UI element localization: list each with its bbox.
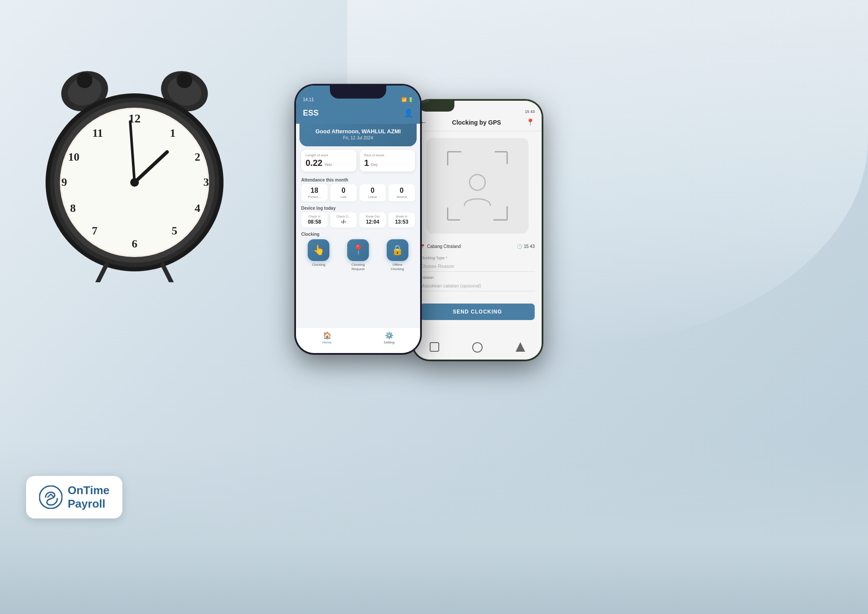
- svg-text:2: 2: [195, 151, 201, 163]
- svg-point-4: [77, 73, 92, 88]
- phone2-location-text: Cabang Citraland: [427, 244, 461, 249]
- phone1-att-present: 18 Presen...: [301, 184, 328, 201]
- phone1-work-length-card: Length of work 0.22 Year: [301, 150, 356, 172]
- phone1-leave-unit: Day: [371, 162, 378, 167]
- svg-point-29: [470, 175, 485, 190]
- phone2-location: 📍 Cabang Citraland: [420, 244, 461, 249]
- phone2-header: ← Clocking by GPS 📍: [413, 116, 542, 131]
- scan-corner-bl: [447, 208, 460, 221]
- scan-corner-tr: [495, 151, 508, 164]
- svg-line-27: [163, 265, 171, 282]
- phone2-form: Clocking Type * Choose Reason Catatan Ma…: [413, 252, 542, 298]
- phone1-greeting-card: Good Afternoon, WAHLUL AZMI Fri, 12 Jul …: [299, 124, 417, 146]
- phone2-clocking-type-label: Clocking Type *: [420, 256, 535, 260]
- phone1-att-late: 0 Late: [330, 184, 357, 201]
- phone2-info-row: 📍 Cabang Citraland 🕐 15 43: [413, 241, 542, 252]
- phone2-notch: [420, 101, 454, 112]
- phone1-device-section: Device log today Check In 08:58 Check O.…: [296, 203, 420, 229]
- phone1-clocking-label: Clocking: [312, 263, 326, 267]
- phone1-nav-setting-label: Setting: [384, 340, 395, 344]
- phone1-offline-clocking-label: OfflineClocking: [391, 263, 404, 272]
- phone1-leave-value: 1: [364, 158, 369, 168]
- phone2-status-time: 15 43: [525, 109, 535, 114]
- phone1-device-grid: Check In 08:58 Check O... -/- Break Out …: [301, 212, 415, 228]
- person-silhouette: [462, 173, 493, 208]
- svg-text:11: 11: [92, 127, 103, 139]
- svg-line-26: [98, 265, 106, 282]
- phone2-scan-area: [426, 138, 529, 234]
- phone2-pin-icon: 📍: [526, 118, 535, 126]
- phone1-offline-clocking-icon: 🔒: [387, 239, 408, 261]
- phone2-catatan-label: Catatan: [420, 275, 535, 280]
- phone1-date: Fri, 12 Jul 2024: [306, 135, 410, 140]
- phone1-clocking-section: Clocking 👆 Clocking 📍 ClockingRequest 🔒 …: [296, 229, 420, 275]
- phone1-clocking-request-btn[interactable]: 📍 ClockingRequest: [341, 239, 376, 272]
- phone1-attendance-title: Attendance this month: [301, 178, 415, 182]
- phone1-att-absent: 0 Absent: [388, 184, 415, 201]
- phone2-nav-square[interactable]: [430, 342, 439, 352]
- svg-text:3: 3: [204, 176, 209, 188]
- svg-text:5: 5: [172, 224, 178, 237]
- phone2-title: Clocking by GPS: [452, 119, 501, 126]
- phone1-nav-home[interactable]: 🏠 Home: [296, 331, 358, 344]
- phone1-breakout: Break Out 12:04: [359, 212, 386, 228]
- logo-line1: OnTime: [68, 484, 109, 497]
- phone1-leave-label: Rest of leave: [364, 153, 411, 157]
- phone1-work-value: 0.22: [306, 158, 322, 168]
- svg-point-5: [177, 73, 192, 88]
- phone2-nav-circle[interactable]: [472, 342, 483, 353]
- phone1-clocking-request-label: ClockingRequest: [352, 263, 365, 272]
- svg-text:7: 7: [92, 224, 98, 237]
- clock-decoration: 12 1 2 3 4 5 6 7 8 9 10 11: [22, 56, 265, 382]
- svg-text:10: 10: [68, 151, 79, 163]
- phone1-time: 14.11: [303, 97, 314, 102]
- phone1-offline-clocking-btn[interactable]: 🔒 OfflineClocking: [380, 239, 415, 272]
- phone1-stats-cards: Length of work 0.22 Year Rest of leave 1…: [296, 146, 420, 175]
- phone2-clocking-type-field[interactable]: Choose Reason: [420, 261, 535, 272]
- svg-text:4: 4: [195, 202, 201, 215]
- logo-container: OnTime Payroll: [26, 476, 122, 518]
- phone2-send-button[interactable]: SEND CLOCKING: [420, 304, 535, 320]
- phone1-leave-card: Rest of leave 1 Day: [360, 150, 415, 172]
- phone1-attendance-grid: 18 Presen... 0 Late 0 Leave 0 Absent: [301, 184, 415, 201]
- phone1-breakin: Break In 13:53: [388, 212, 415, 228]
- settings-icon: ⚙️: [385, 331, 394, 340]
- phone1-app-title: ESS: [303, 109, 319, 118]
- phone1-clocking-btn[interactable]: 👆 Clocking: [301, 239, 336, 272]
- svg-point-25: [130, 178, 139, 187]
- phone1-clocking-request-icon: 📍: [347, 239, 369, 261]
- phone1-attendance-section: Attendance this month 18 Presen... 0 Lat…: [296, 175, 420, 203]
- phone1-clocking-icon: 👆: [308, 239, 329, 261]
- phone1-work-label: Length of work: [306, 153, 352, 157]
- logo-line2: Payroll: [68, 497, 109, 511]
- background-desk: [0, 440, 868, 614]
- phone1-device-title: Device log today: [301, 206, 415, 211]
- phone1-att-leave: 0 Leave: [359, 184, 386, 201]
- phone2-nav-triangle[interactable]: [516, 342, 525, 352]
- phone2-time-text: 15 43: [524, 244, 535, 249]
- phone2-navbar: [413, 339, 542, 360]
- phone2-catatan-field[interactable]: Masukkan catatan (opsional): [420, 281, 535, 291]
- logo-text: OnTime Payroll: [68, 484, 109, 511]
- phone2-back-button[interactable]: ←: [420, 119, 427, 126]
- clock-icon: 🕐: [517, 244, 522, 249]
- face-scan-frame: [447, 151, 508, 221]
- phone1-profile-icon[interactable]: 👤: [404, 108, 413, 118]
- svg-text:6: 6: [132, 238, 138, 250]
- phone2-time-display: 🕐 15 43: [517, 244, 535, 249]
- logo-icon: [39, 485, 62, 509]
- phone2-device: 15 43 ← Clocking by GPS 📍 📍: [412, 100, 542, 360]
- phone1-work-unit: Year: [324, 162, 332, 167]
- phone1-checkin: Check In 08:58: [301, 212, 328, 228]
- home-icon: 🏠: [323, 331, 332, 340]
- phone1-nav-setting[interactable]: ⚙️ Setting: [358, 331, 420, 344]
- phone1-checkout: Check O... -/-: [330, 212, 357, 228]
- svg-text:8: 8: [70, 202, 76, 215]
- phone1-clocking-buttons: 👆 Clocking 📍 ClockingRequest 🔒 OfflineCl…: [301, 239, 415, 272]
- phone1-nav-home-label: Home: [322, 340, 332, 344]
- phone1-clocking-title: Clocking: [301, 232, 415, 237]
- phone1-greeting-text: Good Afternoon, WAHLUL AZMI: [306, 128, 410, 135]
- svg-text:1: 1: [170, 127, 176, 139]
- phone1-device: 14.11 📶 🔋 ESS 👤 Good Afternoon, WAHLUL A…: [295, 85, 421, 354]
- phone1-navbar: 🏠 Home ⚙️ Setting: [296, 327, 420, 353]
